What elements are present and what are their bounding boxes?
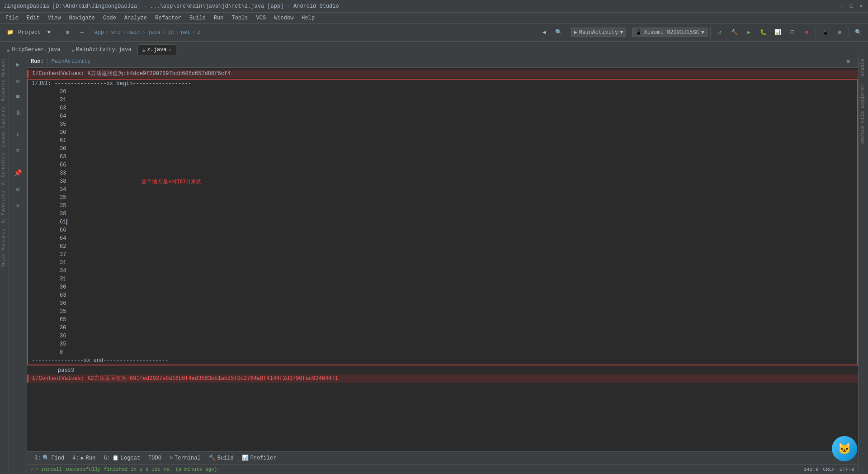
profiler-tab-label: Profiler bbox=[250, 455, 277, 461]
bottom-tab-logcat[interactable]: 6: 📋 Logcat bbox=[100, 454, 144, 462]
build-variants-label[interactable]: Build Variants bbox=[0, 226, 9, 270]
menu-code[interactable]: Code bbox=[99, 14, 120, 22]
favorites-label[interactable]: 4: Favorites bbox=[0, 188, 9, 226]
breadcrumb-main[interactable]: main bbox=[127, 29, 141, 36]
toolbar-separator-2 bbox=[91, 27, 91, 38]
run-icon[interactable]: ▶ bbox=[742, 26, 755, 39]
log-content[interactable]: I/ContentValues: K方法返回值为:b4dce9f2007697b… bbox=[27, 68, 858, 451]
breadcrumb-src[interactable]: src bbox=[111, 29, 121, 36]
search-everywhere-icon[interactable]: 🔍 bbox=[552, 26, 565, 39]
menu-refactor[interactable]: Refactor bbox=[151, 14, 185, 22]
bottom-tab-terminal[interactable]: > Terminal bbox=[166, 454, 204, 462]
structure-label[interactable]: 2: Structure bbox=[0, 150, 9, 188]
settings-icon-sidebar[interactable]: ⚙ bbox=[11, 182, 25, 196]
jni-end-text: ----------------xx end------------------… bbox=[32, 356, 168, 365]
far-right-labels: Gradle Device File Explorer bbox=[858, 55, 868, 474]
avatar-decoration[interactable]: 🐱 bbox=[832, 436, 857, 461]
menu-file[interactable]: File bbox=[2, 14, 22, 22]
minus-icon[interactable]: ─ bbox=[75, 26, 88, 39]
config-selector-dropdown: ▼ bbox=[620, 29, 623, 36]
layout-captures-label[interactable]: Layout Captures bbox=[0, 104, 9, 150]
scroll-to-end-icon[interactable]: ⬇ bbox=[11, 128, 25, 142]
bottom-tab-run[interactable]: 4: ▶ Run bbox=[69, 454, 99, 462]
status-position[interactable]: 142:8 bbox=[804, 467, 819, 472]
tab-httpserver[interactable]: ☕ HttpServer.java bbox=[2, 44, 66, 55]
bottom-tab-find[interactable]: 3: 🔍 Find bbox=[31, 454, 68, 462]
breadcrumb-jd[interactable]: jd bbox=[167, 29, 174, 36]
log-content-values-2-text: I/ContentValues: K2方法返回值为:691fed2927a8d1… bbox=[32, 374, 338, 383]
device-selector[interactable]: 📱 Xiaomi M2003J15SC ▼ bbox=[632, 28, 708, 37]
terminal-tab-label: Terminal bbox=[175, 455, 201, 461]
fold-icon[interactable]: ≡ bbox=[11, 144, 25, 158]
close-button[interactable]: ✕ bbox=[858, 3, 864, 9]
breadcrumb-app[interactable]: app bbox=[94, 29, 104, 36]
search-icon[interactable]: 🔍 bbox=[852, 26, 864, 39]
config-selector[interactable]: ▶ MainActivity ▼ bbox=[571, 28, 627, 37]
menu-window[interactable]: Window bbox=[270, 14, 297, 22]
jni-num-10: 33 bbox=[28, 169, 857, 177]
status-right: 142:8 CRLF UTF-8 bbox=[804, 467, 854, 472]
run-icon-sidebar[interactable]: ▶ bbox=[11, 57, 25, 71]
breadcrumb-file[interactable]: z bbox=[198, 29, 201, 36]
gradle-label[interactable]: Gradle bbox=[859, 55, 868, 81]
menu-help[interactable]: Help bbox=[298, 14, 318, 22]
run-tab-label: Run: bbox=[31, 58, 44, 65]
log-content-values-1-text: I/ContentValues: K方法返回值为:b4dce9f2007697b… bbox=[32, 70, 231, 78]
debug-icon[interactable]: 🐛 bbox=[757, 26, 769, 39]
menu-view[interactable]: View bbox=[44, 14, 65, 22]
run-panel: Run: MainActivity ⚙ I/ContentValues: K方法… bbox=[27, 55, 858, 451]
menu-edit[interactable]: Edit bbox=[23, 14, 43, 22]
tab-zjava-close[interactable]: ✕ bbox=[169, 47, 171, 52]
menu-build[interactable]: Build bbox=[186, 14, 209, 22]
project-dropdown-icon[interactable]: ▼ bbox=[42, 26, 55, 39]
project-label[interactable]: Project bbox=[18, 29, 41, 36]
run-tab-bottom-icon: ▶ bbox=[81, 455, 84, 461]
jni-num-26: 36 bbox=[28, 299, 857, 308]
jni-num-32: 0 bbox=[28, 348, 857, 356]
status-line-ending[interactable]: CRLF bbox=[823, 467, 835, 472]
tab-httpserver-icon: ☕ bbox=[7, 47, 10, 53]
avatar-icon: 🐱 bbox=[838, 442, 851, 455]
device-file-explorer-label[interactable]: Device File Explorer bbox=[859, 81, 868, 147]
tab-zjava[interactable]: ☕ z.java ✕ bbox=[137, 44, 176, 55]
toolbar-separator-1 bbox=[58, 27, 58, 38]
project-icon[interactable]: 📁 bbox=[4, 26, 16, 39]
pin-icon[interactable]: 📌 bbox=[11, 166, 25, 180]
avd-icon[interactable]: 📱 bbox=[819, 26, 831, 39]
coverage-icon[interactable]: 🛡 bbox=[786, 26, 798, 39]
settings-icon[interactable]: ⚙ bbox=[61, 26, 74, 39]
pass-text: pass3 bbox=[31, 366, 74, 374]
toolbar-project: 📁 Project ▼ bbox=[4, 26, 55, 39]
tab-mainactivity[interactable]: ☕ MainActivity.java bbox=[66, 44, 137, 55]
bottom-tab-profiler[interactable]: 📊 Profiler bbox=[238, 454, 280, 462]
close-icon-sidebar[interactable]: ✕ bbox=[11, 198, 25, 213]
jni-num-13: 35 bbox=[28, 194, 857, 202]
menu-navigate[interactable]: Navigate bbox=[65, 14, 99, 22]
run-tab-name[interactable]: MainActivity bbox=[52, 58, 90, 65]
status-encoding[interactable]: UTF-8 bbox=[840, 467, 854, 472]
menu-run[interactable]: Run bbox=[210, 14, 227, 22]
sync-icon[interactable]: ↺ bbox=[713, 26, 726, 39]
build-icon[interactable]: 🔨 bbox=[728, 26, 741, 39]
rerun-icon[interactable]: ↺ bbox=[11, 73, 25, 88]
find-tab-num: 3: bbox=[34, 455, 41, 461]
build-tab-icon: 🔨 bbox=[209, 455, 216, 461]
bottom-tab-build[interactable]: 🔨 Build bbox=[205, 454, 237, 462]
pause-icon[interactable]: ⏸ bbox=[11, 106, 25, 120]
stop-icon[interactable]: ■ bbox=[800, 26, 813, 39]
resource-manager-label[interactable]: Resource Manager bbox=[0, 55, 9, 104]
breadcrumb-net[interactable]: net bbox=[181, 29, 191, 36]
bottom-tab-todo[interactable]: TODO bbox=[145, 454, 165, 462]
minimize-button[interactable]: ─ bbox=[838, 3, 844, 9]
maximize-button[interactable]: □ bbox=[848, 3, 854, 9]
sdk-icon[interactable]: ⚙ bbox=[833, 26, 846, 39]
stop-icon-sidebar[interactable]: ■ bbox=[11, 90, 25, 104]
back-icon[interactable]: ◀ bbox=[538, 26, 551, 39]
menu-vcs[interactable]: VCS bbox=[253, 14, 270, 22]
run-settings-icon[interactable]: ⚙ bbox=[842, 55, 854, 68]
menu-analyze[interactable]: Analyze bbox=[121, 14, 151, 22]
breadcrumb-java[interactable]: java bbox=[147, 29, 160, 36]
profile-icon[interactable]: 📊 bbox=[771, 26, 784, 39]
menu-tools[interactable]: Tools bbox=[228, 14, 252, 22]
toolbar: 📁 Project ▼ ⚙ ─ app › src › main › java … bbox=[0, 24, 868, 42]
